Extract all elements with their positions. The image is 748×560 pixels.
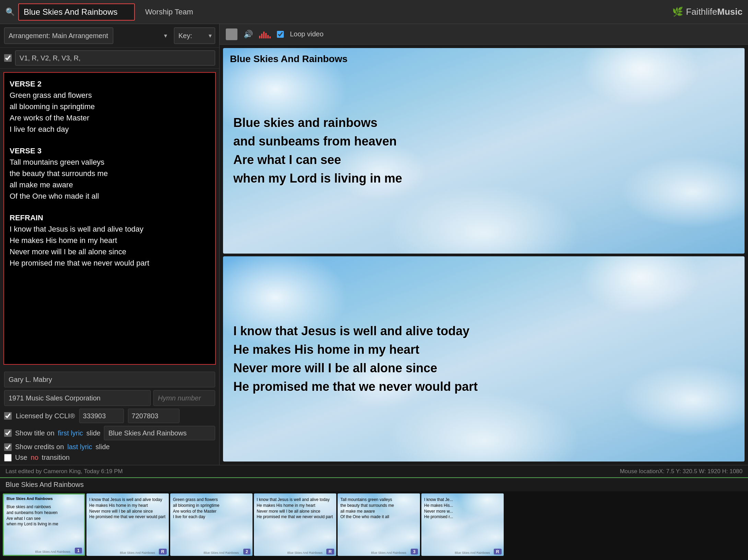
slide-preview-2[interactable]: I know that Jesus is well and alive toda…: [223, 256, 745, 462]
show-credits-text2: slide: [96, 443, 110, 451]
transition-link[interactable]: no: [31, 454, 38, 462]
lyrics-line: Green grass and flowers: [10, 90, 210, 101]
show-title-value[interactable]: [104, 426, 215, 440]
main-content: Arrangement: Main Arrangement Key: VERSE…: [0, 24, 748, 465]
stop-button[interactable]: [226, 28, 237, 40]
hymn-number-field[interactable]: [153, 390, 215, 406]
show-title-text2: slide: [86, 429, 101, 437]
thumb-watermark-3: Blue Skies And Rainbows: [287, 551, 323, 555]
thumb-title-0: Blue Skies And Rainbows: [7, 497, 53, 501]
ccli-number2[interactable]: [128, 409, 179, 423]
top-bar: 🔍 Worship Team 🌿 FaithlifeMusic: [0, 0, 748, 24]
thumbnail-3[interactable]: I know that Jesus is well and alive toda…: [254, 493, 336, 556]
lyrics-section-label: REFRAIN: [10, 212, 210, 223]
thumbnail-4[interactable]: Tall mountains green valleysthe beauty t…: [338, 493, 420, 556]
arrangement-row: Arrangement: Main Arrangement Key:: [0, 24, 219, 48]
thumb-badge-4: 3: [411, 549, 418, 555]
thumb-lyrics-0: Blue skies and rainbowsand sunbeams from…: [7, 504, 81, 527]
arrangement-select-wrap: Arrangement: Main Arrangement: [4, 27, 171, 44]
thumbnail-5[interactable]: I know that Je...He makes His...Never mo…: [421, 493, 504, 556]
author-field[interactable]: [4, 372, 215, 387]
show-credits-text1: Show credits on: [15, 443, 64, 451]
lyrics-section-label: VERSE 3: [10, 145, 210, 156]
show-credits-row: Show credits on last lyric slide: [4, 443, 215, 451]
slide-2-lyrics: I know that Jesus is well and alive toda…: [233, 322, 478, 396]
left-panel: Arrangement: Main Arrangement Key: VERSE…: [0, 24, 220, 465]
lyrics-line: I live for each day: [10, 124, 210, 135]
thumb-badge-3: R: [326, 549, 334, 555]
thumb-lyrics-5: I know that Je...He makes His...Never mo…: [424, 497, 501, 520]
coordinates-label: X: 7.5 Y: 320.5 W: 1920 H: 1080: [659, 468, 743, 475]
lyrics-spacer: [10, 135, 210, 140]
thumb-lyrics-2: Green grass and flowersall blooming in s…: [173, 497, 250, 520]
key-select-wrap: Key:: [174, 27, 215, 44]
vbar5: [267, 35, 269, 38]
slide-1-lyrics: Blue skies and rainbowsand sunbeams from…: [233, 114, 402, 188]
ccli-number1[interactable]: [79, 409, 124, 423]
vbar1: [259, 36, 260, 38]
worship-team-label: Worship Team: [145, 8, 193, 16]
lyrics-line: Tall mountains green valleys: [10, 156, 210, 168]
thumb-badge-0: 1: [75, 548, 82, 553]
first-lyric-link[interactable]: first lyric: [58, 429, 83, 437]
last-edited-label: Last edited by Cameron King, Today 6:19 …: [5, 468, 599, 475]
lyrics-spacer: [10, 202, 210, 207]
thumb-lyrics-3: I know that Jesus is well and alive toda…: [257, 497, 334, 520]
use-transition-row: Use no transition: [4, 454, 215, 462]
thumb-watermark-4: Blue Skies And Rainbows: [371, 551, 406, 555]
key-select[interactable]: Key:: [174, 27, 215, 44]
thumb-lyrics-1: I know that Jesus is well and alive toda…: [89, 497, 166, 520]
show-title-checkbox[interactable]: [4, 429, 12, 437]
faithlife-brand: FaithlifeMusic: [686, 7, 743, 17]
lyrics-line: Are works of the Master: [10, 112, 210, 124]
show-credits-checkbox[interactable]: [4, 443, 12, 451]
slide-2-lyrics-overlay: I know that Jesus is well and alive toda…: [223, 256, 745, 462]
lyrics-line: all blooming in springtime: [10, 101, 210, 112]
thumb-badge-5: R: [494, 549, 502, 555]
lyrics-line: He promised me that we never would part: [10, 257, 210, 269]
thumb-lyrics-4: Tall mountains green valleysthe beauty t…: [340, 497, 417, 520]
loop-video-label: Loop video: [290, 30, 324, 38]
preview-slides: Blue Skies And Rainbows Blue skies and r…: [220, 45, 748, 465]
arrangement-select[interactable]: Arrangement: Main Arrangement: [4, 27, 113, 44]
sequence-checkbox[interactable]: [4, 54, 12, 62]
sequence-field[interactable]: [15, 50, 215, 66]
lyrics-line: Of the One who made it all: [10, 190, 210, 202]
vbar6: [269, 36, 271, 38]
search-icon: 🔍: [5, 8, 15, 16]
faithlife-logo: 🌿 FaithlifeMusic: [672, 7, 743, 17]
thumbnails-row: Blue Skies And RainbowsBlue skies and ra…: [0, 491, 748, 560]
right-panel: 🔊 Loop video Blue Skies And Rainbows Blu…: [220, 24, 748, 465]
lyrics-line: the beauty that surrounds me: [10, 168, 210, 179]
show-title-row: Show title on first lyric slide: [4, 426, 215, 440]
vbar2: [261, 34, 262, 38]
lyrics-line: He makes His home in my heart: [10, 235, 210, 246]
meta-copyright-row: [4, 390, 215, 406]
last-lyric-link[interactable]: last lyric: [67, 443, 92, 451]
thumb-watermark-5: Blue Skies And Rainbows: [455, 551, 490, 555]
thumb-badge-1: R: [159, 549, 167, 555]
sequence-row: [0, 48, 219, 69]
copyright-field[interactable]: [4, 390, 151, 406]
slide-1-lyrics-overlay: Blue skies and rainbowsand sunbeams from…: [223, 48, 745, 254]
slide-preview-1[interactable]: Blue Skies And Rainbows Blue skies and r…: [223, 48, 745, 254]
search-input[interactable]: [18, 3, 135, 21]
faithlife-leaf-icon: 🌿: [672, 7, 683, 17]
thumb-badge-2: 2: [243, 549, 250, 555]
lyrics-line: I know that Jesus is well and alive toda…: [10, 223, 210, 235]
ccli-row: Licensed by CCLI®: [4, 409, 215, 423]
lyrics-section-label: VERSE 2: [10, 78, 210, 90]
thumbnail-0[interactable]: Blue Skies And RainbowsBlue skies and ra…: [3, 493, 85, 556]
use-transition-checkbox[interactable]: [4, 454, 12, 462]
lyrics-area[interactable]: VERSE 2Green grass and flowersall bloomi…: [3, 72, 216, 365]
loop-video-checkbox[interactable]: [277, 31, 284, 38]
vbar3: [263, 32, 265, 38]
thumbnail-1[interactable]: I know that Jesus is well and alive toda…: [86, 493, 169, 556]
volume-bars: [259, 30, 271, 38]
thumbnail-2[interactable]: Green grass and flowersall blooming in s…: [170, 493, 253, 556]
status-bar: Last edited by Cameron King, Today 6:19 …: [0, 465, 748, 477]
meta-section: Licensed by CCLI® Show title on first ly…: [0, 368, 219, 465]
thumb-watermark-0: Blue Skies And Rainbows: [35, 550, 70, 553]
thumb-watermark-2: Blue Skies And Rainbows: [203, 551, 239, 555]
ccli-checkbox[interactable]: [4, 412, 12, 420]
